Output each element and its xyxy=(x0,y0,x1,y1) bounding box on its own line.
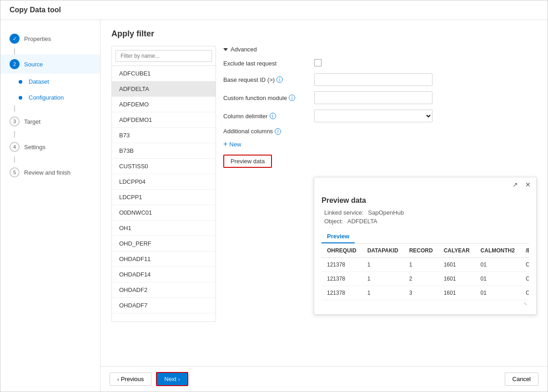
table-row: 121378 1 2 1601 01 CH02 xyxy=(322,272,529,286)
content-body: Apply filter ADFCUBE1 ADFDELTA ADFDEMO xyxy=(101,20,548,366)
filter-item-adfdelta[interactable]: ADFDELTA xyxy=(112,81,216,97)
footer: ‹ Previous Next › Cancel xyxy=(101,366,548,392)
col-header-record: RECORD xyxy=(404,244,438,258)
preview-linked-service-value: SapOpenHub xyxy=(368,209,404,216)
sidebar-item-target[interactable]: 3 Target xyxy=(0,112,100,131)
preview-table-header-row: OHREQUID DATAPAKID RECORD CALYEAR CALMON… xyxy=(322,244,529,258)
filter-item-ohd-perf[interactable]: OHD_PERF xyxy=(112,236,216,251)
filter-item-custiss0[interactable]: CUSTISS0 xyxy=(112,159,216,174)
next-label: Next xyxy=(164,376,176,382)
triangle-icon xyxy=(223,48,228,51)
col-header-calyear: CALYEAR xyxy=(438,244,475,258)
input-base-request[interactable] xyxy=(314,73,432,86)
col-header-ohrequid: OHREQUID xyxy=(322,244,362,258)
filter-item-ohdadf7[interactable]: OHDADF7 xyxy=(112,298,216,313)
filter-search-input[interactable] xyxy=(116,50,212,62)
filter-item-ldcpp1[interactable]: LDCPP1 xyxy=(112,190,216,205)
step-circle-target: 3 xyxy=(10,116,20,126)
filter-item-ohdadf11[interactable]: OHDADF11 xyxy=(112,251,216,267)
preview-tabs: Preview xyxy=(322,230,529,244)
cell-calmonth2-2: 01 xyxy=(475,272,520,286)
cell-record-1: 1 xyxy=(404,258,438,272)
content-area: Apply filter ADFCUBE1 ADFDELTA ADFDEMO xyxy=(101,20,548,392)
cancel-button[interactable]: Cancel xyxy=(505,372,538,386)
step-circle-review: 5 xyxy=(10,167,20,177)
col-header-bic: /BIC/B xyxy=(520,244,529,258)
sidebar-item-settings[interactable]: 4 Settings xyxy=(0,137,100,156)
filter-item-adfdemo1[interactable]: ADFDEMO1 xyxy=(112,112,216,128)
filter-panel: ADFCUBE1 ADFDELTA ADFDEMO ADFDEMO1 B73 B… xyxy=(111,46,216,322)
close-icon-button[interactable]: ✕ xyxy=(523,180,533,189)
filter-item-o0dnwc01[interactable]: O0DNWC01 xyxy=(112,205,216,221)
info-icon-custom-function[interactable]: i xyxy=(289,95,295,101)
advanced-label: Advanced xyxy=(231,46,257,53)
step-circle-properties: ✓ xyxy=(10,34,20,44)
sidebar-label-dataset: Dataset xyxy=(29,78,49,85)
sidebar-item-source[interactable]: 2 Source xyxy=(0,55,100,74)
preview-popup: ↗ ✕ Preview data Linked service: SapOpen… xyxy=(314,177,537,315)
cell-datapakid-3: 1 xyxy=(362,286,404,300)
section-title: Apply filter xyxy=(111,29,537,39)
sidebar-label-configuration: Configuration xyxy=(29,94,64,101)
preview-object-value: ADFDELTA xyxy=(347,218,377,225)
sidebar: ✓ Properties 2 Source Dataset Configurat… xyxy=(0,20,101,392)
form-row-custom-function: Custom function module i xyxy=(223,91,537,104)
expand-icon-button[interactable]: ↗ xyxy=(511,180,520,189)
form-row-exclude: Exclude last request xyxy=(223,59,537,68)
tab-preview[interactable]: Preview xyxy=(322,230,355,243)
step-circle-settings: 4 xyxy=(10,142,20,152)
sidebar-connector-3 xyxy=(14,131,15,137)
cell-record-3: 3 xyxy=(404,286,438,300)
add-new-button[interactable]: + New xyxy=(223,140,537,148)
apply-filter-content: ADFCUBE1 ADFDELTA ADFDEMO ADFDEMO1 B73 B… xyxy=(111,46,537,322)
table-row: 121378 1 1 1601 01 CH02 xyxy=(322,258,529,272)
dot-configuration xyxy=(19,96,22,100)
label-additional-columns: Additional columns i xyxy=(223,128,314,135)
cell-ohrequid-1: 121378 xyxy=(322,258,362,272)
preview-popup-body: Preview data Linked service: SapOpenHub … xyxy=(314,192,536,314)
previous-button[interactable]: ‹ Previous xyxy=(110,372,151,386)
preview-table: OHREQUID DATAPAKID RECORD CALYEAR CALMON… xyxy=(322,244,529,300)
chevron-right-icon: › xyxy=(178,377,180,382)
previous-label: Previous xyxy=(121,376,144,382)
info-icon-column-delimiter[interactable]: i xyxy=(270,113,276,119)
filter-item-ldcpp04[interactable]: LDCPP04 xyxy=(112,174,216,190)
advanced-section: Advanced Exclude last request xyxy=(223,46,537,315)
input-custom-function[interactable] xyxy=(314,91,432,104)
cell-bic-3: CH04 xyxy=(520,286,529,300)
add-new-label: New xyxy=(229,141,241,148)
preview-linked-service: Linked service: SapOpenHub xyxy=(322,209,529,216)
checkbox-exclude[interactable] xyxy=(314,59,322,66)
filter-item-b73b[interactable]: B73B xyxy=(112,143,216,159)
filter-item-adfcube1[interactable]: ADFCUBE1 xyxy=(112,66,216,81)
sidebar-connector-2 xyxy=(14,106,15,112)
next-button[interactable]: Next › xyxy=(156,372,188,386)
preview-data-button[interactable]: Preview data xyxy=(223,155,272,168)
filter-item-b73[interactable]: B73 xyxy=(112,128,216,143)
sidebar-item-configuration[interactable]: Configuration xyxy=(0,90,100,106)
sidebar-item-review[interactable]: 5 Review and finish xyxy=(0,163,100,182)
cell-datapakid-1: 1 xyxy=(362,258,404,272)
sidebar-item-dataset[interactable]: Dataset xyxy=(0,74,100,90)
filter-item-adfdemo[interactable]: ADFDEMO xyxy=(112,97,216,112)
filter-item-ohdadf14[interactable]: OHDADF14 xyxy=(112,267,216,282)
cell-calyear-2: 1601 xyxy=(438,272,475,286)
cell-bic-2: CH02 xyxy=(520,272,529,286)
cell-datapakid-2: 1 xyxy=(362,272,404,286)
sidebar-item-properties[interactable]: ✓ Properties xyxy=(0,29,100,48)
filter-search-container xyxy=(112,46,216,66)
control-column-delimiter xyxy=(314,110,432,122)
info-icon-additional-columns[interactable]: i xyxy=(275,128,281,135)
cell-calmonth2-3: 01 xyxy=(475,286,520,300)
control-base-request xyxy=(314,73,432,86)
info-icon-base-request[interactable]: i xyxy=(277,76,283,83)
label-exclude: Exclude last request xyxy=(223,60,314,67)
form-row-base-request: Base request ID (>) i xyxy=(223,73,537,86)
filter-item-oh1[interactable]: OH1 xyxy=(112,221,216,236)
select-column-delimiter[interactable] xyxy=(314,110,432,122)
advanced-toggle[interactable]: Advanced xyxy=(223,46,537,53)
filter-item-ohdadf2[interactable]: OHDADF2 xyxy=(112,282,216,298)
label-custom-function: Custom function module i xyxy=(223,95,314,101)
sidebar-connector-1 xyxy=(14,48,15,55)
sidebar-label-target: Target xyxy=(24,118,40,125)
